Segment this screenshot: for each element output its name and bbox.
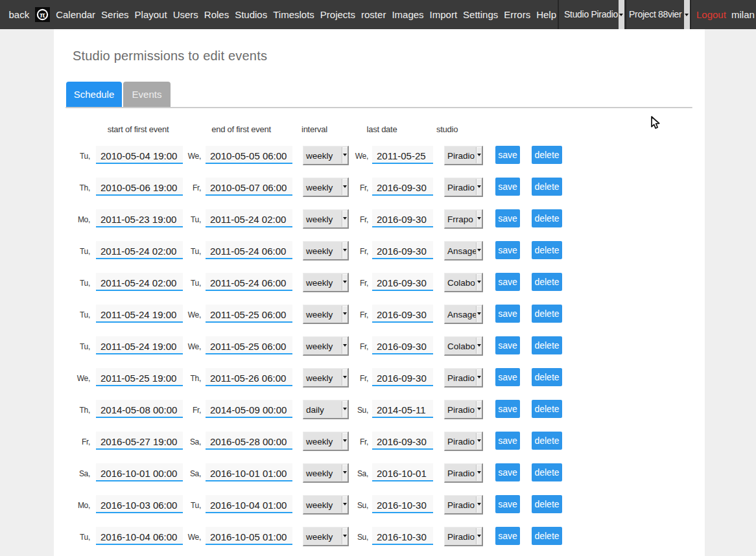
svg-text:π: π	[40, 11, 45, 19]
